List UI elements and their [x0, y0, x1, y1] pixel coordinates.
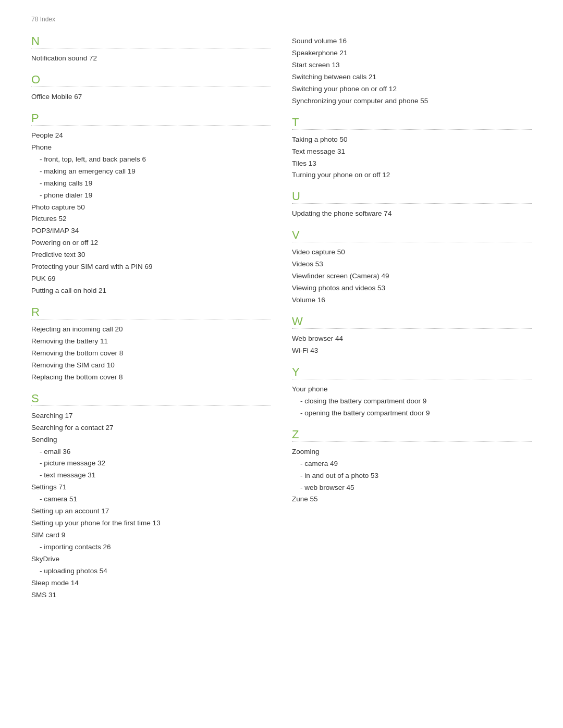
list-item: Pictures 52 — [31, 213, 271, 225]
list-item: Text message 31 — [292, 146, 532, 158]
list-item: - camera 49 — [292, 458, 532, 470]
index-section: WWeb browser 44Wi-Fi 43 — [292, 316, 532, 357]
index-section: SSearching 17Searching for a contact 27S… — [31, 393, 271, 601]
list-item: Your phone — [292, 384, 532, 396]
section-divider — [292, 242, 532, 242]
list-item: Photo capture 50 — [31, 202, 271, 214]
section-letter: R — [31, 306, 271, 318]
page: 78 Index NNotification sound 72OOffice M… — [0, 0, 563, 632]
list-item: - importing contacts 26 — [31, 541, 271, 553]
list-item: Viewfinder screen (Camera) 49 — [292, 270, 532, 282]
list-item: - text message 31 — [31, 470, 271, 482]
list-item: POP3/IMAP 34 — [31, 225, 271, 237]
list-item: PUK 69 — [31, 273, 271, 285]
list-item: - front, top, left, and back panels 6 — [31, 154, 271, 166]
section-letter: P — [31, 113, 271, 124]
list-item: - opening the battery compartment door 9 — [292, 408, 532, 419]
section-divider — [292, 328, 532, 329]
index-section: PPeople 24Phone- front, top, left, and b… — [31, 113, 271, 297]
section-divider — [31, 87, 271, 87]
list-item: Videos 53 — [292, 258, 532, 270]
section-letter: V — [292, 229, 532, 241]
index-section: NNotification sound 72 — [31, 35, 271, 65]
index-section: Sound volume 16Speakerphone 21Start scre… — [292, 35, 532, 107]
list-item: People 24 — [31, 130, 271, 142]
section-letter: S — [31, 393, 271, 404]
list-item: Sending — [31, 434, 271, 446]
section-divider — [292, 441, 532, 442]
list-item: Removing the SIM card 10 — [31, 360, 271, 372]
list-item: Settings 71 — [31, 482, 271, 493]
list-item: - picture message 32 — [31, 458, 271, 470]
list-item: Video capture 50 — [292, 246, 532, 258]
list-item: Speakerphone 21 — [292, 47, 532, 59]
section-divider — [31, 48, 271, 48]
index-section: OOffice Mobile 67 — [31, 74, 271, 103]
list-item: Notification sound 72 — [31, 53, 271, 65]
list-item: Removing the battery 11 — [31, 336, 271, 348]
list-item: - closing the battery compartment door 9 — [292, 396, 532, 408]
page-header: 78 Index — [31, 16, 532, 23]
section-letter: T — [292, 117, 532, 128]
section-letter: W — [292, 316, 532, 327]
list-item: Removing the bottom cover 8 — [31, 348, 271, 360]
list-item: Synchronizing your computer and phone 55 — [292, 95, 532, 107]
list-item: Volume 16 — [292, 294, 532, 306]
list-item: Searching for a contact 27 — [31, 422, 271, 434]
list-item: - phone dialer 19 — [31, 190, 271, 202]
list-item: Tiles 13 — [292, 158, 532, 170]
list-item: Rejecting an incoming call 20 — [31, 324, 271, 336]
left-column: NNotification sound 72OOffice Mobile 67P… — [31, 35, 271, 611]
list-item: Sound volume 16 — [292, 35, 532, 47]
index-section: YYour phone- closing the battery compart… — [292, 366, 532, 419]
section-letter: N — [31, 35, 271, 47]
list-item: - web browser 45 — [292, 482, 532, 494]
section-letter: O — [31, 74, 271, 85]
section-letter: Z — [292, 429, 532, 440]
index-section: VVideo capture 50Videos 53Viewfinder scr… — [292, 229, 532, 306]
list-item: Wi-Fi 43 — [292, 345, 532, 357]
list-item: Phone — [31, 142, 271, 154]
list-item: Sleep mode 14 — [31, 577, 271, 589]
list-item: Replacing the bottom cover 8 — [31, 372, 271, 384]
list-item: Setting up an account 17 — [31, 505, 271, 517]
list-item: - in and out of a photo 53 — [292, 470, 532, 482]
two-column-layout: NNotification sound 72OOffice Mobile 67P… — [31, 35, 532, 611]
list-item: Searching 17 — [31, 410, 271, 422]
list-item: Updating the phone software 74 — [292, 208, 532, 220]
list-item: Switching your phone on or off 12 — [292, 83, 532, 95]
list-item: - making calls 19 — [31, 178, 271, 190]
list-item: SkyDrive — [31, 553, 271, 565]
list-item: Web browser 44 — [292, 333, 532, 345]
list-item: Taking a photo 50 — [292, 134, 532, 146]
section-divider — [292, 379, 532, 379]
list-item: Powering on or off 12 — [31, 237, 271, 249]
list-item: - making an emergency call 19 — [31, 166, 271, 178]
list-item: Start screen 13 — [292, 59, 532, 71]
section-divider — [31, 405, 271, 406]
list-item: Predictive text 30 — [31, 249, 271, 261]
list-item: Setting up your phone for the first time… — [31, 517, 271, 529]
list-item: SMS 31 — [31, 589, 271, 601]
section-letter: U — [292, 191, 532, 202]
list-item: Office Mobile 67 — [31, 91, 271, 103]
list-item: Zooming — [292, 446, 532, 458]
list-item: Protecting your SIM card with a PIN 69 — [31, 261, 271, 273]
list-item: - camera 51 — [31, 493, 271, 505]
section-divider — [31, 319, 271, 319]
section-letter: Y — [292, 366, 532, 378]
list-item: - uploading photos 54 — [31, 565, 271, 577]
list-item: Zune 55 — [292, 493, 532, 505]
list-item: SIM card 9 — [31, 529, 271, 541]
index-section: ZZooming- camera 49- in and out of a pho… — [292, 429, 532, 506]
index-section: UUpdating the phone software 74 — [292, 191, 532, 220]
list-item: Switching between calls 21 — [292, 71, 532, 83]
list-item: Viewing photos and videos 53 — [292, 282, 532, 294]
index-section: RRejecting an incoming call 20Removing t… — [31, 306, 271, 384]
section-divider — [292, 129, 532, 130]
list-item: Putting a call on hold 21 — [31, 285, 271, 297]
index-section: TTaking a photo 50Text message 31Tiles 1… — [292, 117, 532, 182]
right-column: Sound volume 16Speakerphone 21Start scre… — [292, 35, 532, 611]
section-divider — [292, 203, 532, 204]
section-divider — [31, 125, 271, 126]
